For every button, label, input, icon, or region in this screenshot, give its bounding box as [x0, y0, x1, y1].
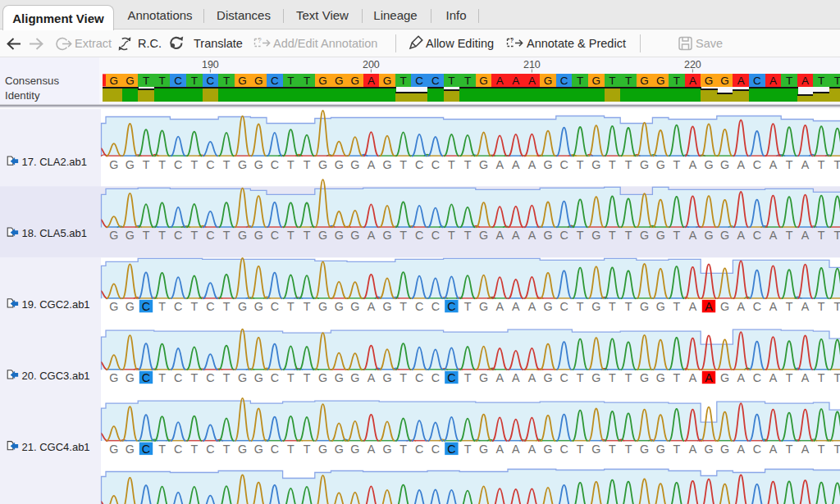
- svg-text:T: T: [609, 229, 616, 242]
- svg-text:A: A: [769, 229, 778, 242]
- svg-text:T: T: [287, 300, 294, 313]
- svg-text:G: G: [640, 158, 649, 171]
- svg-text:G: G: [543, 371, 552, 384]
- svg-text:T: T: [399, 75, 406, 87]
- svg-text:C: C: [753, 229, 761, 242]
- svg-text:T: T: [464, 158, 472, 171]
- svg-text:A: A: [705, 371, 713, 384]
- svg-text:A: A: [528, 158, 536, 171]
- svg-text:A: A: [368, 158, 376, 171]
- svg-text:C: C: [174, 229, 182, 242]
- svg-text:G: G: [479, 75, 488, 87]
- svg-text:T: T: [448, 75, 454, 87]
- svg-text:T: T: [786, 75, 792, 87]
- svg-text:T: T: [464, 443, 472, 456]
- svg-text:A: A: [801, 75, 809, 87]
- svg-text:C: C: [559, 229, 568, 242]
- svg-text:C: C: [431, 371, 440, 384]
- svg-text:A: A: [801, 158, 810, 171]
- svg-text:C: C: [415, 158, 423, 171]
- svg-text:A: A: [512, 371, 520, 384]
- svg-text:G: G: [318, 158, 327, 171]
- svg-text:A: A: [689, 371, 697, 384]
- svg-text:T: T: [223, 300, 231, 313]
- svg-text:A: A: [368, 75, 375, 87]
- svg-text:T: T: [158, 443, 166, 456]
- svg-text:C: C: [206, 443, 214, 456]
- svg-text:G: G: [254, 75, 263, 87]
- svg-text:T: T: [399, 371, 407, 384]
- svg-text:T: T: [223, 158, 231, 171]
- svg-text:T: T: [609, 371, 616, 384]
- svg-text:G: G: [109, 300, 118, 313]
- svg-text:Consensus: Consensus: [5, 75, 59, 87]
- svg-text:C: C: [753, 75, 761, 87]
- svg-text:G: G: [543, 158, 552, 171]
- svg-text:T: T: [625, 229, 632, 242]
- svg-text:C: C: [206, 229, 214, 242]
- svg-text:T: T: [464, 75, 471, 87]
- svg-text:C: C: [174, 371, 182, 384]
- svg-text:G: G: [592, 75, 601, 87]
- svg-text:C: C: [174, 158, 182, 171]
- svg-text:A: A: [769, 158, 778, 171]
- svg-text:17. CLA2.ab1: 17. CLA2.ab1: [22, 156, 88, 168]
- svg-text:G: G: [479, 371, 488, 384]
- svg-text:G: G: [640, 229, 649, 242]
- svg-text:G: G: [382, 371, 391, 384]
- svg-text:T: T: [158, 158, 166, 171]
- svg-text:T: T: [818, 300, 825, 313]
- svg-text:T: T: [464, 300, 472, 313]
- svg-text:A: A: [737, 229, 745, 242]
- svg-text:C: C: [271, 371, 279, 384]
- svg-text:T: T: [577, 443, 584, 456]
- svg-text:A: A: [512, 229, 520, 242]
- svg-text:A: A: [528, 75, 536, 87]
- svg-text:T: T: [818, 158, 825, 171]
- svg-text:C: C: [174, 443, 182, 456]
- svg-text:A: A: [689, 300, 697, 313]
- svg-text:G: G: [254, 229, 263, 242]
- svg-text:G: G: [126, 300, 135, 313]
- svg-text:G: G: [350, 158, 359, 171]
- svg-text:200: 200: [363, 59, 380, 70]
- svg-text:T: T: [223, 371, 231, 384]
- svg-text:G: G: [351, 75, 360, 87]
- svg-text:A: A: [528, 300, 536, 313]
- svg-text:A: A: [769, 443, 778, 456]
- svg-text:A: A: [512, 443, 520, 456]
- svg-text:T: T: [158, 75, 165, 87]
- svg-text:C: C: [271, 75, 279, 87]
- svg-text:A: A: [368, 371, 376, 384]
- svg-text:T: T: [673, 300, 680, 313]
- svg-text:C: C: [415, 300, 423, 313]
- svg-text:G: G: [720, 443, 729, 456]
- svg-text:G: G: [656, 371, 665, 384]
- svg-text:C: C: [753, 300, 761, 313]
- svg-text:A: A: [689, 158, 697, 171]
- svg-text:A: A: [495, 300, 504, 313]
- svg-text:G: G: [109, 371, 118, 384]
- svg-text:220: 220: [684, 59, 701, 70]
- svg-text:190: 190: [202, 59, 219, 70]
- svg-text:C: C: [271, 158, 279, 171]
- svg-text:G: G: [640, 75, 649, 87]
- svg-text:G: G: [335, 229, 344, 242]
- svg-text:T: T: [673, 158, 680, 171]
- svg-text:T: T: [625, 75, 632, 87]
- svg-text:A: A: [495, 443, 504, 456]
- svg-text:T: T: [833, 229, 840, 242]
- svg-text:G: G: [350, 300, 359, 313]
- svg-text:T: T: [786, 300, 793, 313]
- svg-text:G: G: [382, 158, 391, 171]
- svg-text:T: T: [287, 443, 294, 456]
- svg-text:C: C: [753, 158, 761, 171]
- svg-text:G: G: [126, 75, 135, 87]
- svg-text:A: A: [689, 443, 697, 456]
- svg-text:T: T: [609, 158, 616, 171]
- svg-text:T: T: [287, 229, 294, 242]
- svg-text:A: A: [528, 229, 536, 242]
- svg-text:A: A: [512, 300, 520, 313]
- svg-text:T: T: [158, 300, 166, 313]
- svg-text:C: C: [174, 300, 182, 313]
